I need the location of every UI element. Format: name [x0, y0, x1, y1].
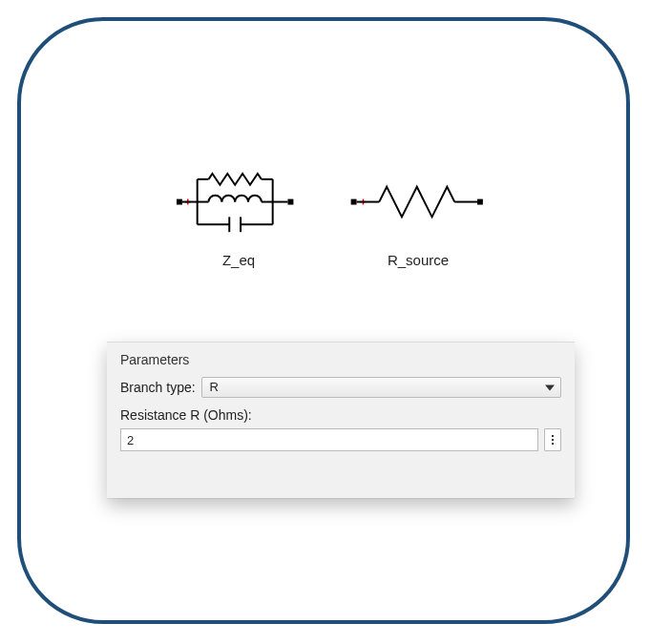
component-label-z-eq: Z_eq [181, 252, 296, 268]
resistance-input[interactable] [120, 428, 538, 451]
svg-rect-16 [351, 199, 357, 205]
ellipsis-icon [552, 439, 554, 441]
component-z-eq[interactable] [177, 174, 293, 232]
svg-rect-7 [287, 199, 293, 205]
ellipsis-icon [552, 443, 554, 445]
component-r-source[interactable] [351, 187, 483, 218]
chevron-down-icon [545, 385, 555, 391]
branch-type-value: R [210, 380, 219, 394]
parameters-panel: Parameters Branch type: R Resistance R (… [107, 342, 575, 498]
panel-title: Parameters [120, 352, 561, 367]
resistance-label: Resistance R (Ohms): [120, 407, 561, 423]
more-options-button[interactable] [544, 428, 561, 451]
diagram-canvas [21, 21, 626, 620]
component-label-r-source: R_source [361, 252, 475, 268]
svg-rect-0 [177, 199, 182, 205]
branch-type-select[interactable]: R [201, 377, 561, 398]
ellipsis-icon [552, 435, 554, 437]
rounded-frame: Z_eq R_source Parameters Branch type: R … [17, 17, 630, 624]
branch-type-label: Branch type: [120, 380, 196, 395]
svg-rect-21 [477, 199, 483, 205]
